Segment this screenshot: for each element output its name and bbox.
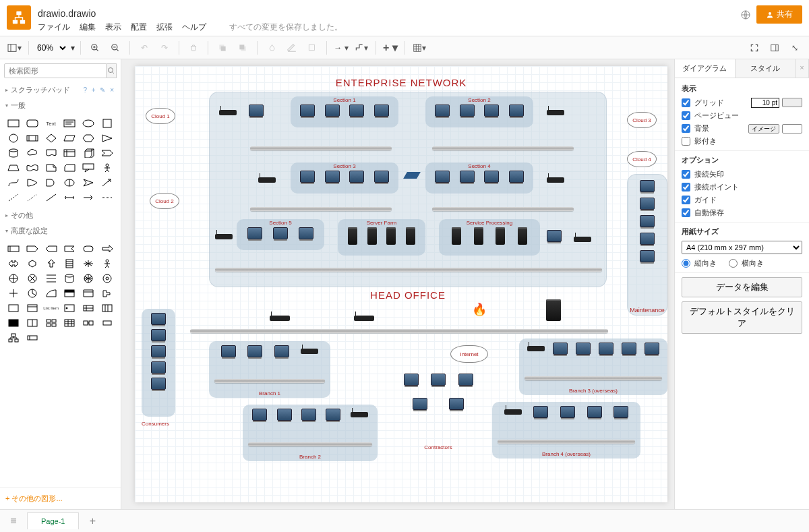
pages-menu-button[interactable]: ≡ [5, 513, 22, 529]
view-mode-button[interactable]: ▾ [5, 39, 23, 57]
shape-darrow[interactable] [98, 175, 117, 190]
shape-barrow[interactable] [79, 175, 98, 190]
shape-bidir[interactable] [61, 190, 80, 205]
add-page-button[interactable]: + [84, 513, 100, 529]
shape-card[interactable] [61, 160, 80, 175]
canvas-area[interactable]: ENTERPRISE NETWORK Section 1 Section 2 S… [121, 59, 674, 509]
shape-actor[interactable] [98, 160, 117, 175]
search-input[interactable] [4, 63, 107, 78]
papersize-select[interactable]: A4 (210 mm x 297 mm) [682, 241, 802, 254]
firewall-icon[interactable]: 🔥 [472, 302, 487, 317]
autosave-checkbox[interactable] [682, 208, 690, 217]
background-checkbox[interactable] [682, 124, 690, 133]
router-icon[interactable] [215, 234, 233, 239]
ashape[interactable] [61, 286, 80, 301]
tab-close[interactable]: × [796, 59, 809, 78]
cloud4[interactable]: Cloud 4 [627, 151, 657, 167]
search-button[interactable] [107, 63, 117, 78]
ashape[interactable] [23, 286, 42, 301]
ashape[interactable] [4, 256, 23, 271]
shape-process[interactable] [23, 131, 42, 146]
shape-document[interactable] [42, 146, 61, 160]
zoom-in-button[interactable] [86, 39, 104, 57]
ashape[interactable] [98, 256, 117, 271]
shape-step[interactable] [98, 146, 117, 160]
fullscreen-button[interactable] [746, 39, 763, 57]
grid-size-input[interactable] [751, 98, 779, 108]
menu-file[interactable]: ファイル [38, 22, 70, 33]
grid-checkbox[interactable] [682, 98, 690, 107]
ashape[interactable] [4, 286, 23, 301]
shape-link[interactable] [98, 190, 117, 205]
ashape[interactable] [79, 256, 98, 271]
shape-square[interactable] [98, 116, 117, 131]
conn-arrows-checkbox[interactable] [682, 170, 690, 179]
more-shapes-button[interactable]: + その他の図形... [0, 487, 121, 509]
connection-button[interactable]: → ▾ [332, 39, 350, 57]
table-button[interactable]: ▾ [411, 39, 428, 57]
group-branch4[interactable]: Branch 4 (overseas) [492, 402, 640, 459]
shape-callout[interactable] [79, 160, 98, 175]
shape-dline2[interactable] [23, 190, 42, 205]
pc-icon[interactable] [547, 230, 562, 242]
server-icon[interactable] [546, 299, 561, 321]
group-section2[interactable]: Section 2 [425, 96, 533, 127]
ashape[interactable] [98, 316, 117, 330]
group-section4[interactable]: Section 4 [425, 162, 533, 194]
router-icon[interactable] [270, 316, 290, 321]
zoom-out-button[interactable] [107, 39, 124, 57]
shape-trapezoid[interactable] [4, 160, 23, 175]
shape-cloud[interactable] [23, 146, 42, 160]
ashape[interactable] [23, 256, 42, 271]
undo-button[interactable]: ↶ [136, 39, 153, 57]
group-section1[interactable]: Section 1 [291, 96, 398, 127]
guides-checkbox[interactable] [682, 196, 690, 204]
shape-rounded[interactable] [23, 116, 42, 131]
ashape[interactable] [23, 330, 42, 345]
menu-arrange[interactable]: 配置 [131, 22, 147, 33]
shape-hexagon[interactable] [79, 131, 98, 146]
shadow-checkbox[interactable] [682, 137, 690, 146]
cloud2[interactable]: Cloud 2 [150, 193, 179, 209]
shape-parallelogram[interactable] [61, 131, 80, 146]
router-icon[interactable] [258, 177, 276, 183]
ashape[interactable] [79, 316, 98, 330]
menu-edit[interactable]: 編集 [80, 22, 96, 33]
ashape[interactable] [23, 241, 42, 256]
ashape[interactable] [4, 330, 23, 345]
cloud-internet[interactable]: Internet [450, 345, 488, 363]
language-icon[interactable] [740, 9, 751, 20]
shape-arrow[interactable] [79, 190, 98, 205]
menu-view[interactable]: 表示 [105, 22, 121, 33]
ashape[interactable]: List Item [42, 301, 61, 316]
router-icon[interactable] [574, 237, 591, 242]
shadow-button[interactable] [303, 39, 321, 57]
ashape[interactable] [42, 316, 61, 330]
other-section[interactable]: ▸その他 [0, 208, 121, 223]
menu-extras[interactable]: 拡張 [156, 22, 173, 33]
redo-button[interactable]: ↷ [156, 39, 173, 57]
ashape[interactable] [4, 241, 23, 256]
ashape[interactable] [98, 301, 117, 316]
shape-data[interactable] [61, 175, 80, 190]
shape-circle[interactable] [4, 131, 23, 146]
shape-diamond[interactable] [42, 131, 61, 146]
ashape[interactable] [79, 286, 98, 301]
ashape[interactable] [79, 271, 98, 286]
shape-tape[interactable] [23, 160, 42, 175]
ashape[interactable] [23, 271, 42, 286]
ashape[interactable] [61, 271, 80, 286]
ashape[interactable] [42, 286, 61, 301]
cloud3[interactable]: Cloud 3 [627, 112, 657, 128]
ashape[interactable] [23, 301, 42, 316]
to-back-button[interactable] [234, 39, 251, 57]
router-icon[interactable] [219, 110, 237, 115]
shape-textbox[interactable] [61, 116, 80, 131]
ashape[interactable] [61, 316, 80, 330]
zoom-select[interactable]: 60% [34, 42, 68, 53]
edit-data-button[interactable]: データを編集 [682, 277, 802, 297]
ashape[interactable] [79, 241, 98, 256]
landscape-radio[interactable] [729, 259, 738, 268]
shape-note[interactable] [42, 160, 61, 175]
switch-icon[interactable] [403, 172, 421, 179]
